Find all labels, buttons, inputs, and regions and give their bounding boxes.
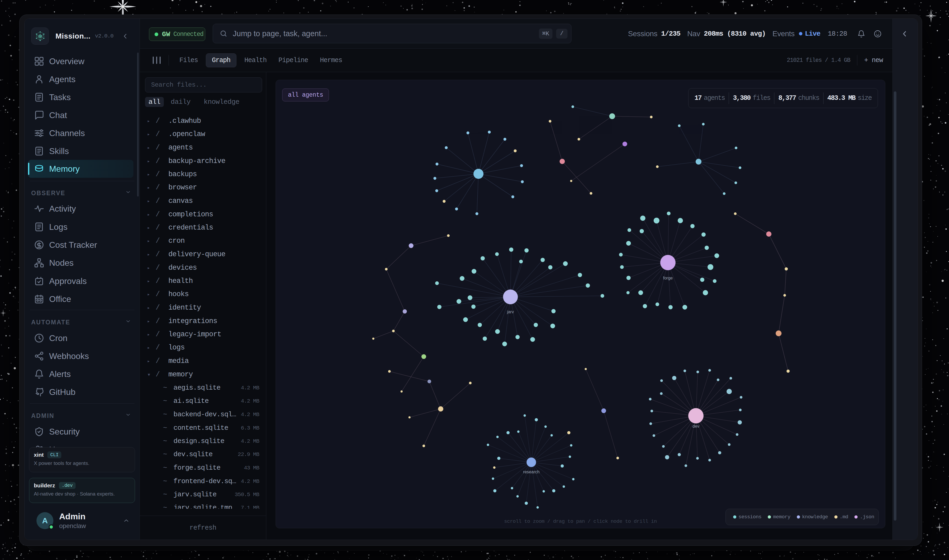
svg-text:research: research <box>523 470 540 474</box>
svg-text:jarv: jarv <box>507 309 514 314</box>
svg-text:dev: dev <box>692 424 699 428</box>
svg-text:forge: forge <box>663 276 673 280</box>
